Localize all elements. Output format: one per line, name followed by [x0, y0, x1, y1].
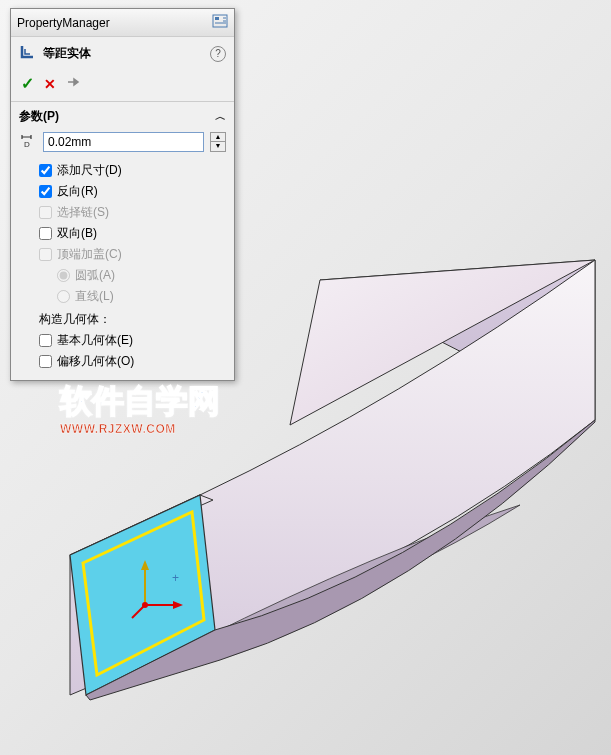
distance-icon: D	[19, 131, 37, 152]
panel-title: PropertyManager	[17, 16, 110, 30]
offset-distance-input[interactable]	[43, 132, 204, 152]
offset-distance-row: D ▲ ▼	[11, 129, 234, 158]
spin-up[interactable]: ▲	[211, 133, 225, 142]
construction-label: 构造几何体：	[39, 307, 226, 330]
pin-button[interactable]	[66, 75, 80, 92]
cap-type-radios: 圆弧(A) 直线(L)	[39, 265, 226, 307]
property-manager-panel: PropertyManager 等距实体 ? ✓ ✕ 参数(P) ︿ D ▲ ▼	[10, 8, 235, 381]
svg-marker-3	[173, 601, 183, 609]
bidirectional-checkbox[interactable]: 双向(B)	[39, 223, 226, 244]
help-icon[interactable]: ?	[210, 46, 226, 62]
watermark-text: 软件自学网	[60, 380, 220, 424]
line-radio: 直线(L)	[57, 286, 226, 307]
panel-header: PropertyManager	[11, 9, 234, 37]
watermark: 软件自学网 WWW.RJZXW.COM	[60, 380, 220, 436]
cap-ends-checkbox[interactable]: 顶端加盖(C)	[39, 244, 226, 265]
feature-title-row: 等距实体 ?	[11, 37, 234, 70]
offset-geometry-checkbox[interactable]: 偏移几何体(O)	[39, 351, 226, 372]
select-chain-checkbox[interactable]: 选择链(S)	[39, 202, 226, 223]
svg-point-5	[142, 602, 148, 608]
svg-text:D: D	[24, 140, 30, 149]
panel-menu-icon[interactable]	[212, 13, 228, 32]
svg-rect-8	[215, 17, 219, 20]
cancel-button[interactable]: ✕	[44, 76, 56, 92]
feature-name: 等距实体	[43, 45, 91, 62]
spin-buttons: ▲ ▼	[210, 132, 226, 152]
base-geometry-checkbox[interactable]: 基本几何体(E)	[39, 330, 226, 351]
parameters-label: 参数(P)	[19, 108, 59, 125]
sketch-origin-triad: +	[132, 560, 183, 618]
parameters-options: 添加尺寸(D) 反向(R) 选择链(S) 双向(B) 顶端加盖(C) 圆弧(A)…	[11, 158, 234, 380]
svg-marker-1	[141, 560, 149, 570]
collapse-icon[interactable]: ︿	[215, 109, 226, 124]
add-dimension-checkbox[interactable]: 添加尺寸(D)	[39, 160, 226, 181]
offset-entities-icon	[19, 43, 37, 64]
ok-button[interactable]: ✓	[21, 74, 34, 93]
action-buttons: ✓ ✕	[11, 70, 234, 102]
svg-text:+: +	[172, 571, 179, 585]
reverse-checkbox[interactable]: 反向(R)	[39, 181, 226, 202]
spin-down[interactable]: ▼	[211, 142, 225, 151]
watermark-url: WWW.RJZXW.COM	[60, 422, 220, 436]
parameters-section-header[interactable]: 参数(P) ︿	[11, 102, 234, 129]
svg-line-4	[132, 605, 145, 618]
arc-radio: 圆弧(A)	[57, 265, 226, 286]
